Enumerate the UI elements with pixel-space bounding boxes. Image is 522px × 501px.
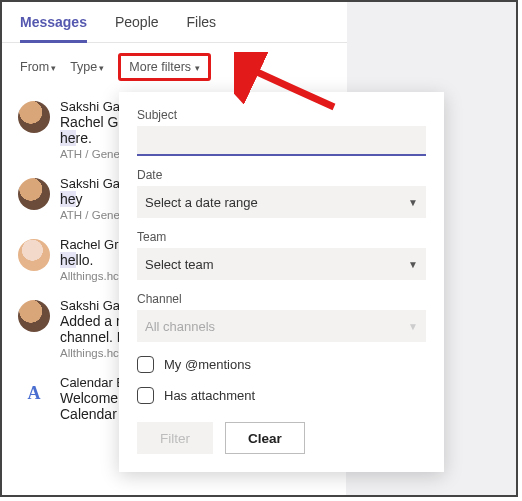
bot-icon: A [18,377,50,409]
channel-select: All channels ▼ [137,310,426,342]
date-select-value: Select a date range [145,195,258,210]
team-select[interactable]: Select team ▼ [137,248,426,280]
chevron-down-icon: ▾ [51,63,56,73]
filter-from[interactable]: From ▾ [20,60,56,74]
label-subject: Subject [137,108,426,122]
avatar [18,300,50,332]
mentions-checkbox[interactable] [137,356,154,373]
search-tabs: Messages People Files [2,2,347,43]
filter-button: Filter [137,422,213,454]
attachment-checkbox[interactable] [137,387,154,404]
attachment-label: Has attachment [164,388,255,403]
tab-messages[interactable]: Messages [20,14,87,43]
date-select[interactable]: Select a date range ▼ [137,186,426,218]
label-channel: Channel [137,292,426,306]
label-date: Date [137,168,426,182]
chevron-down-icon: ▾ [99,63,104,73]
dropdown-arrow-icon: ▼ [408,197,418,208]
avatar [18,239,50,271]
filter-bar: From ▾ Type ▾ More filters ▾ [2,43,347,91]
tab-files[interactable]: Files [187,14,217,42]
team-select-value: Select team [145,257,214,272]
filter-type-label: Type [70,60,97,74]
mentions-label: My @mentions [164,357,251,372]
dropdown-arrow-icon: ▼ [408,321,418,332]
chevron-down-icon: ▾ [195,63,200,73]
label-team: Team [137,230,426,244]
dropdown-arrow-icon: ▼ [408,259,418,270]
more-filters-panel: Subject Date Select a date range ▼ Team … [119,92,444,472]
avatar [18,101,50,133]
filter-from-label: From [20,60,49,74]
filter-more-label: More filters [129,60,191,74]
clear-button[interactable]: Clear [225,422,305,454]
avatar [18,178,50,210]
channel-select-value: All channels [145,319,215,334]
filter-type[interactable]: Type ▾ [70,60,104,74]
tab-people[interactable]: People [115,14,159,42]
filter-more-filters[interactable]: More filters ▾ [118,53,211,81]
subject-input[interactable] [137,126,426,156]
